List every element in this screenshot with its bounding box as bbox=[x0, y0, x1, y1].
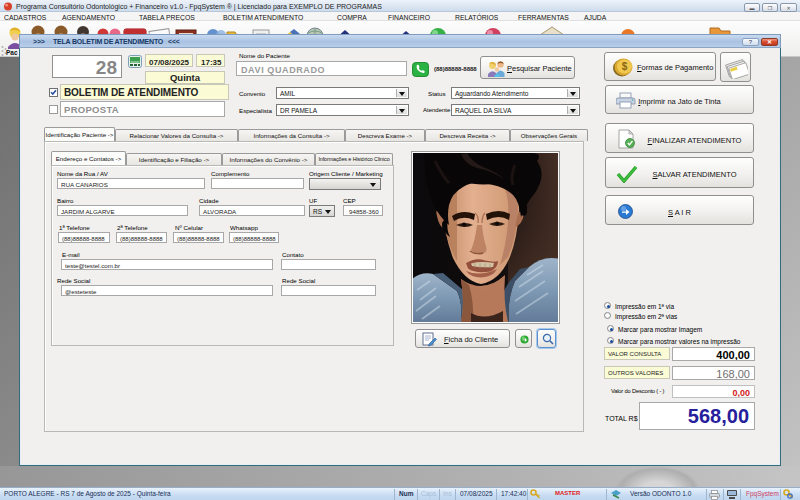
svg-text:$: $ bbox=[622, 61, 628, 72]
